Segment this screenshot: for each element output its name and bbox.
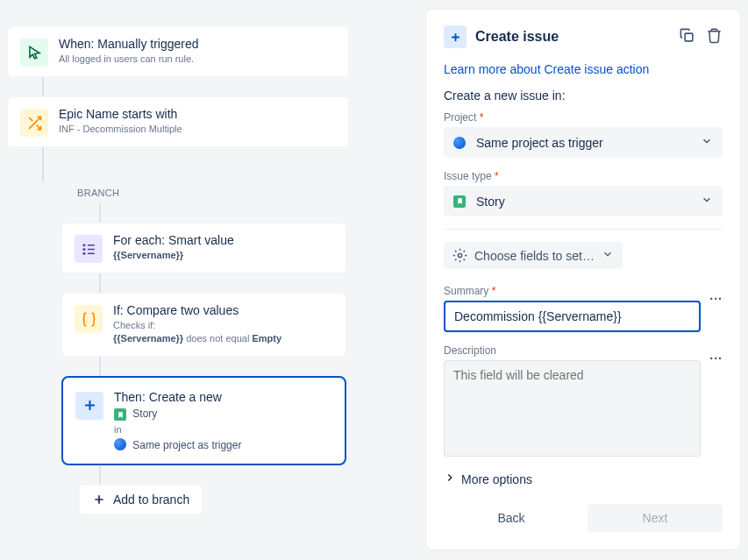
connector: [99, 357, 101, 376]
svg-point-2: [82, 252, 85, 254]
summary-field-label: Summary: [444, 285, 701, 297]
svg-point-7: [458, 253, 461, 257]
automation-flow: When: Manually triggered All logged in u…: [7, 26, 349, 514]
plus-icon: [444, 25, 467, 48]
chevron-down-icon: [701, 194, 713, 209]
project-avatar-icon: [453, 137, 466, 149]
foreach-title: For each: Smart value: [113, 233, 333, 247]
more-options-label: More options: [461, 472, 532, 486]
learn-more-link[interactable]: Learn more about Create issue action: [444, 62, 649, 76]
connector: [42, 77, 44, 96]
if-val: Empty: [252, 333, 281, 344]
plus-icon: [92, 493, 106, 507]
next-button[interactable]: Next: [588, 504, 723, 532]
summary-more-button[interactable]: ···: [709, 285, 723, 313]
trigger-sub: All logged in users can run rule.: [59, 53, 336, 66]
connector: [99, 203, 101, 223]
foreach-sub: {{Servername}}: [113, 250, 183, 260]
panel-title: Create issue: [475, 29, 670, 45]
shuffle-icon: [20, 109, 48, 137]
svg-point-1: [82, 247, 85, 250]
summary-input[interactable]: [444, 301, 701, 332]
chevron-down-icon: [602, 248, 614, 263]
project-field-label: Project: [444, 111, 723, 124]
svg-rect-5: [87, 252, 94, 254]
svg-point-0: [82, 244, 85, 246]
condition-sub: INF - Decommission Multiple: [59, 123, 336, 136]
issuetype-select[interactable]: Story: [444, 186, 723, 216]
connector: [99, 465, 101, 485]
copy-button[interactable]: [679, 27, 695, 46]
then-title: Then: Create a new: [114, 390, 332, 404]
description-field-label: Description: [444, 344, 701, 357]
foreach-card[interactable]: For each: Smart value {{Servername}}: [61, 223, 346, 273]
plus-icon: [75, 392, 103, 420]
svg-rect-4: [87, 248, 94, 250]
description-more-button[interactable]: ···: [709, 344, 723, 372]
issuetype-label: Story: [132, 408, 157, 420]
add-to-branch-button[interactable]: Add to branch: [79, 485, 203, 514]
project-avatar-icon: [114, 438, 126, 450]
connector: [99, 273, 101, 293]
description-input[interactable]: [444, 360, 701, 457]
create-issue-panel: Create issue Learn more about Create iss…: [425, 9, 741, 550]
list-icon: [75, 235, 103, 263]
condition-card[interactable]: Epic Name starts with INF - Decommission…: [7, 96, 349, 147]
issuetype-value: Story: [476, 195, 694, 209]
if-title: If: Compare two values: [113, 303, 333, 317]
choose-fields-button[interactable]: Choose fields to set…: [444, 242, 623, 269]
create-in-label: Create a new issue in:: [444, 89, 723, 103]
in-label: in: [114, 424, 332, 435]
project-label: Same project as trigger: [132, 439, 241, 451]
delete-button[interactable]: [706, 27, 723, 46]
story-badge-icon: [114, 408, 126, 421]
choose-fields-label: Choose fields to set…: [474, 249, 595, 263]
chevron-down-icon: [701, 135, 713, 150]
chevron-right-icon: [444, 471, 456, 486]
trigger-card[interactable]: When: Manually triggered All logged in u…: [7, 26, 349, 77]
svg-rect-3: [87, 244, 94, 245]
trigger-title: When: Manually triggered: [59, 37, 336, 51]
condition-title: Epic Name starts with: [59, 107, 336, 121]
project-value: Same project as trigger: [476, 136, 694, 150]
then-card[interactable]: Then: Create a new Story in Same project…: [61, 376, 346, 466]
if-var: {{Servername}}: [113, 333, 183, 344]
if-checks: Checks if:: [113, 320, 155, 330]
cursor-icon: [20, 39, 48, 67]
gear-icon: [452, 248, 467, 263]
back-button[interactable]: Back: [444, 504, 579, 532]
svg-rect-6: [685, 33, 693, 41]
branch-label: BRANCH: [77, 182, 349, 203]
braces-icon: [75, 305, 103, 333]
if-card[interactable]: If: Compare two values Checks if: {{Serv…: [61, 293, 346, 357]
connector: [42, 147, 44, 182]
project-select[interactable]: Same project as trigger: [444, 127, 723, 158]
more-options-toggle[interactable]: More options: [444, 471, 723, 486]
add-to-branch-label: Add to branch: [113, 493, 189, 507]
issuetype-field-label: Issue type: [444, 170, 723, 182]
story-badge-icon: [453, 195, 466, 208]
divider: [444, 229, 723, 230]
